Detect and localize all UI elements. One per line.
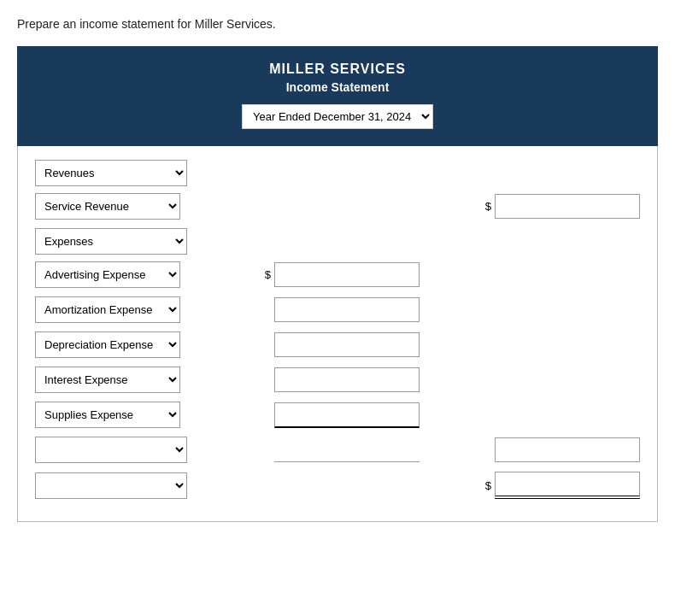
amortization-input[interactable] [274, 297, 420, 322]
statement-type: Income Statement [26, 80, 649, 94]
total-expenses-select[interactable]: Total Expenses Net Income [35, 437, 187, 463]
total-expenses-right-input[interactable] [495, 437, 640, 462]
advertising-row: Advertising Expense Service Revenue Amor… [35, 261, 640, 288]
form-area: Revenues Revenues Expenses Net Income Se… [17, 146, 658, 522]
expenses-select[interactable]: Expenses Revenues Net Income [35, 228, 187, 255]
advertising-input[interactable] [274, 262, 420, 287]
depreciation-select[interactable]: Depreciation Expense Advertising Expense… [35, 331, 180, 358]
total-expenses-input[interactable] [274, 438, 420, 462]
supplies-input[interactable] [274, 402, 420, 428]
interest-row: Interest Expense Advertising Expense Amo… [35, 367, 640, 393]
advertising-dollar: $ [265, 268, 271, 281]
interest-input[interactable] [274, 367, 420, 392]
supplies-row: Supplies Expense Advertising Expense Amo… [35, 402, 640, 428]
depreciation-input[interactable] [274, 332, 420, 357]
amortization-select[interactable]: Amortization Expense Advertising Expense… [35, 296, 180, 323]
revenues-select[interactable]: Revenues Revenues Expenses Net Income [35, 160, 187, 186]
net-income-select[interactable]: Net Income Total Expenses [35, 472, 187, 499]
company-name: MILLER SERVICES [26, 62, 649, 77]
advertising-select[interactable]: Advertising Expense Service Revenue Amor… [35, 261, 180, 288]
service-revenue-input[interactable] [495, 194, 640, 219]
expenses-row: Expenses Revenues Net Income [35, 228, 640, 255]
amortization-row: Amortization Expense Advertising Expense… [35, 296, 640, 323]
service-revenue-dollar: $ [485, 200, 491, 213]
header-box: MILLER SERVICES Income Statement Year En… [17, 46, 658, 146]
net-income-dollar: $ [485, 479, 491, 492]
service-revenue-row: Service Revenue Advertising Expense Amor… [35, 193, 640, 220]
net-income-input[interactable] [495, 472, 640, 499]
intro-text: Prepare an income statement for Miller S… [17, 17, 658, 31]
supplies-select[interactable]: Supplies Expense Advertising Expense Amo… [35, 402, 180, 428]
depreciation-row: Depreciation Expense Advertising Expense… [35, 331, 640, 358]
interest-select[interactable]: Interest Expense Advertising Expense Amo… [35, 367, 180, 393]
date-select[interactable]: Year Ended December 31, 2024 Year Ended … [242, 104, 433, 129]
total-expenses-row: Total Expenses Net Income [35, 437, 640, 463]
service-revenue-select[interactable]: Service Revenue Advertising Expense Amor… [35, 193, 180, 220]
revenues-row: Revenues Revenues Expenses Net Income [35, 160, 640, 186]
net-income-row: Net Income Total Expenses $ [35, 472, 640, 499]
